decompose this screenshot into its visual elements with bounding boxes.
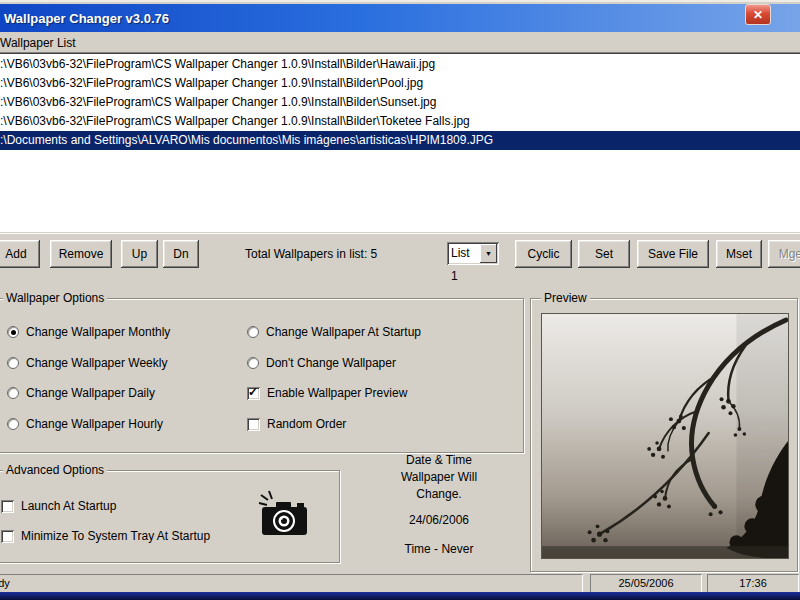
schedule-date: 24/06/2006 — [375, 512, 503, 529]
close-button[interactable]: ✕ — [745, 4, 771, 25]
app-window: Wallpaper Changer v3.0.76 ✕ Wallpaper Li… — [0, 0, 800, 594]
chevron-down-icon[interactable]: ▼ — [480, 244, 497, 263]
title-bar[interactable]: Wallpaper Changer v3.0.76 — [0, 4, 800, 32]
radio-hourly-label: Change Wallpaper Hourly — [26, 417, 163, 431]
checkbox-icon[interactable] — [1, 530, 14, 543]
schedule-time: Time - Never — [375, 541, 503, 558]
checkbox-launch-at-startup[interactable]: Launch At Startup — [1, 499, 116, 513]
radio-at-startup[interactable]: Change Wallpaper At Startup — [247, 325, 421, 339]
list-item[interactable]: :\VB6\03vb6-32\FileProgram\CS Wallpaper … — [0, 74, 800, 93]
list-item-selected[interactable]: :\Documents and Settings\ALVARO\Mis docu… — [0, 131, 800, 150]
dn-button[interactable]: Dn — [163, 240, 199, 268]
checkbox-random-order[interactable]: Random Order — [247, 417, 346, 431]
checkbox-launch-label: Launch At Startup — [21, 499, 116, 513]
schedule-line1: Date & Time — [375, 452, 503, 469]
advanced-options-title: Advanced Options — [3, 463, 107, 477]
checkbox-enable-preview[interactable]: ✓ Enable Wallpaper Preview — [247, 386, 407, 400]
status-bar: Ready 25/05/2006 17:36 — [0, 574, 800, 593]
status-date: 25/05/2006 — [590, 574, 702, 593]
radio-dont-change[interactable]: Don't Change Wallpaper — [247, 356, 396, 370]
schedule-info: Date & Time Wallpaper Will Change. 24/06… — [375, 452, 503, 558]
add-button[interactable]: Add — [0, 240, 40, 268]
radio-icon[interactable] — [7, 326, 19, 338]
checkbox-icon[interactable]: ✓ — [247, 387, 260, 400]
schedule-line3: Change. — [375, 486, 503, 503]
window-title: Wallpaper Changer v3.0.76 — [0, 11, 169, 26]
taskbar-edge — [0, 592, 800, 600]
checkbox-minimize-to-tray[interactable]: Minimize To System Tray At Startup — [1, 529, 210, 543]
remove-button[interactable]: Remove — [50, 240, 112, 268]
status-message: Ready — [0, 574, 583, 593]
radio-icon[interactable] — [7, 357, 19, 369]
close-icon: ✕ — [753, 8, 763, 22]
radio-monthly-label: Change Wallpaper Monthly — [26, 325, 170, 339]
camera-icon — [257, 489, 311, 543]
save-file-button[interactable]: Save File — [637, 240, 709, 268]
radio-weekly[interactable]: Change Wallpaper Weekly — [7, 356, 167, 370]
mget-button[interactable]: Mget — [768, 240, 800, 268]
list-item[interactable]: :\VB6\03vb6-32\FileProgram\CS Wallpaper … — [0, 112, 800, 131]
preview-title: Preview — [541, 291, 590, 305]
radio-dont-change-label: Don't Change Wallpaper — [266, 356, 396, 370]
radio-hourly[interactable]: Change Wallpaper Hourly — [7, 417, 163, 431]
radio-icon[interactable] — [247, 357, 259, 369]
checkbox-enable-preview-label: Enable Wallpaper Preview — [267, 386, 407, 400]
radio-monthly[interactable]: Change Wallpaper Monthly — [7, 325, 170, 339]
radio-daily-label: Change Wallpaper Daily — [26, 386, 155, 400]
schedule-line2: Wallpaper Will — [375, 469, 503, 486]
radio-icon[interactable] — [7, 418, 19, 430]
wallpaper-list-label: Wallpaper List — [0, 36, 76, 50]
status-time: 17:36 — [707, 574, 799, 593]
check-icon: ✓ — [248, 385, 258, 399]
total-wallpapers-label: Total Wallpapers in list: 5 — [245, 247, 377, 261]
radio-at-startup-label: Change Wallpaper At Startup — [266, 325, 421, 339]
advanced-options-group: Advanced Options Launch At Startup Minim… — [0, 470, 340, 563]
radio-icon[interactable] — [7, 387, 19, 399]
checkbox-icon[interactable] — [1, 500, 14, 513]
checkbox-minimize-label: Minimize To System Tray At Startup — [21, 529, 210, 543]
list-item[interactable]: :\VB6\03vb6-32\FileProgram\CS Wallpaper … — [0, 55, 800, 74]
checkbox-random-order-label: Random Order — [267, 417, 346, 431]
mset-button[interactable]: Mset — [716, 240, 762, 268]
set-button[interactable]: Set — [578, 240, 630, 268]
list-item[interactable]: :\VB6\03vb6-32\FileProgram\CS Wallpaper … — [0, 93, 800, 112]
wallpaper-listbox[interactable]: :\VB6\03vb6-32\FileProgram\CS Wallpaper … — [0, 52, 800, 234]
checkbox-icon[interactable] — [247, 418, 260, 431]
cyclic-button[interactable]: Cyclic — [515, 240, 572, 268]
radio-weekly-label: Change Wallpaper Weekly — [26, 356, 167, 370]
radio-icon[interactable] — [247, 326, 259, 338]
wallpaper-options-group: Wallpaper Options Change Wallpaper Month… — [0, 298, 524, 453]
up-button[interactable]: Up — [121, 240, 158, 268]
preview-group: Preview — [530, 298, 798, 572]
list-dropdown[interactable]: List 1 ▼ — [447, 242, 499, 265]
list-dropdown-value: List 1 — [447, 242, 478, 265]
radio-daily[interactable]: Change Wallpaper Daily — [7, 386, 155, 400]
preview-image — [541, 313, 789, 559]
wallpaper-options-title: Wallpaper Options — [3, 291, 107, 305]
